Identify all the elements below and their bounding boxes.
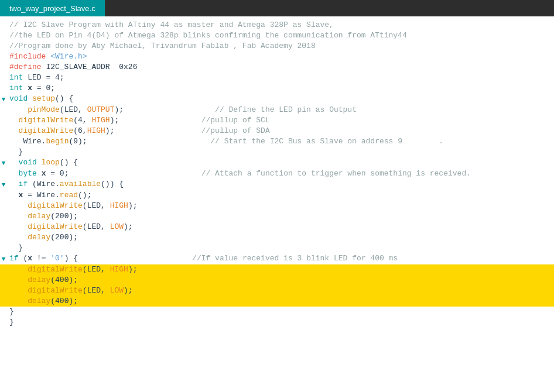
code-content: x = Wire.read();: [7, 190, 554, 201]
code-line: ▼ void loop() {: [0, 157, 554, 169]
fold-gutter[interactable]: ▼: [0, 94, 7, 105]
window: two_way_project_Slave.c // I2C Slave Pro…: [0, 0, 554, 392]
code-line: delay(200);: [0, 211, 554, 222]
code-content: digitalWrite(LED, LOW);: [7, 286, 554, 296]
code-content: #define I2C_SLAVE_ADDR 0x26: [7, 62, 554, 73]
fold-gutter: [0, 243, 7, 243]
code-line: x = Wire.read();: [0, 190, 554, 201]
code-line: int LED = 4;: [0, 73, 554, 83]
code-content: delay(400);: [7, 275, 554, 286]
code-content: }: [7, 317, 554, 328]
code-content: #include <Wire.h>: [7, 51, 554, 62]
fold-gutter: [0, 211, 7, 212]
fold-gutter: [0, 41, 7, 42]
code-content: byte x = 0; // Attach a function to trig…: [7, 169, 554, 179]
code-line: }: [0, 243, 554, 253]
fold-gutter: [0, 147, 7, 147]
tab-label: two_way_project_Slave.c: [9, 4, 95, 13]
code-line: delay(400);: [0, 296, 554, 307]
code-content: if (Wire.available()) {: [7, 179, 554, 190]
fold-gutter: [0, 126, 7, 126]
code-line: ▼void setup() {: [0, 94, 554, 105]
fold-gutter: [0, 30, 7, 31]
code-content: void setup() {: [7, 94, 554, 104]
code-line: //Program done by Aby Michael, Trivandru…: [0, 41, 554, 51]
fold-gutter: [0, 62, 7, 63]
code-content: void loop() {: [7, 157, 554, 168]
fold-gutter: [0, 286, 7, 286]
code-content: }: [7, 243, 554, 253]
code-line: byte x = 0; // Attach a function to trig…: [0, 169, 554, 179]
code-content: digitalWrite(LED, LOW);: [7, 222, 554, 232]
code-line: pinMode(LED, OUTPUT); // Define the LED …: [0, 105, 554, 115]
code-line: digitalWrite(6,HIGH); //pullup of SDA: [0, 126, 554, 136]
fold-gutter: [0, 83, 7, 84]
fold-gutter: [0, 317, 7, 318]
code-area: // I2C Slave Program with ATtiny 44 as m…: [0, 16, 554, 392]
code-line: delay(400);: [0, 275, 554, 286]
fold-gutter: [0, 275, 7, 276]
code-content: }: [7, 147, 554, 157]
code-content: int x = 0;: [7, 83, 554, 94]
code-line: ▼if (x != '0') { //If value received is …: [0, 253, 554, 264]
fold-gutter: [0, 51, 7, 52]
code-line: digitalWrite(LED, HIGH);: [0, 201, 554, 211]
code-line: #define I2C_SLAVE_ADDR 0x26: [0, 62, 554, 73]
code-content: //Program done by Aby Michael, Trivandru…: [7, 41, 554, 51]
fold-gutter: [0, 264, 7, 265]
file-tab[interactable]: two_way_project_Slave.c: [0, 0, 105, 16]
code-line: }: [0, 317, 554, 328]
code-content: }: [7, 307, 554, 317]
code-line: }: [0, 307, 554, 317]
code-content: int LED = 4;: [7, 73, 554, 83]
code-content: pinMode(LED, OUTPUT); // Define the LED …: [7, 105, 554, 115]
fold-gutter: [0, 190, 7, 191]
fold-gutter: [0, 296, 7, 297]
code-content: Wire.begin(9); // Start the I2C Bus as S…: [7, 136, 554, 147]
code-line: Wire.begin(9); // Start the I2C Bus as S…: [0, 136, 554, 147]
tab-bar: two_way_project_Slave.c: [0, 0, 554, 16]
code-line: ▼ if (Wire.available()) {: [0, 179, 554, 190]
code-line: }: [0, 147, 554, 157]
code-line: digitalWrite(LED, LOW);: [0, 286, 554, 296]
code-line: digitalWrite(LED, HIGH);: [0, 264, 554, 275]
code-content: //the LED on Pin 4(D4) of Atmega 328p bl…: [7, 30, 554, 41]
fold-gutter: [0, 169, 7, 169]
code-content: digitalWrite(4, HIGH); //pullup of SCL: [7, 115, 554, 126]
code-content: digitalWrite(LED, HIGH);: [7, 264, 554, 275]
code-content: digitalWrite(6,HIGH); //pullup of SDA: [7, 126, 554, 136]
fold-gutter: [0, 201, 7, 201]
fold-gutter[interactable]: ▼: [0, 157, 7, 169]
code-content: delay(200);: [7, 211, 554, 222]
code-line: #include <Wire.h>: [0, 51, 554, 62]
fold-gutter: [0, 105, 7, 105]
code-line: // I2C Slave Program with ATtiny 44 as m…: [0, 20, 554, 30]
code-line: digitalWrite(4, HIGH); //pullup of SCL: [0, 115, 554, 126]
code-line: digitalWrite(LED, LOW);: [0, 222, 554, 232]
fold-gutter: [0, 222, 7, 222]
code-content: if (x != '0') { //If value received is 3…: [7, 253, 554, 264]
code-content: delay(400);: [7, 296, 554, 307]
fold-gutter: [0, 232, 7, 233]
code-content: digitalWrite(LED, HIGH);: [7, 201, 554, 211]
fold-gutter: [0, 115, 7, 116]
code-content: // I2C Slave Program with ATtiny 44 as m…: [7, 20, 554, 30]
code-line: delay(200);: [0, 232, 554, 243]
fold-gutter[interactable]: ▼: [0, 179, 7, 190]
fold-gutter[interactable]: ▼: [0, 253, 7, 264]
code-line: int x = 0;: [0, 83, 554, 94]
fold-gutter: [0, 20, 7, 20]
fold-gutter: [0, 73, 7, 73]
code-content: delay(200);: [7, 232, 554, 243]
code-line: //the LED on Pin 4(D4) of Atmega 328p bl…: [0, 30, 554, 41]
fold-gutter: [0, 136, 7, 137]
fold-gutter: [0, 307, 7, 307]
